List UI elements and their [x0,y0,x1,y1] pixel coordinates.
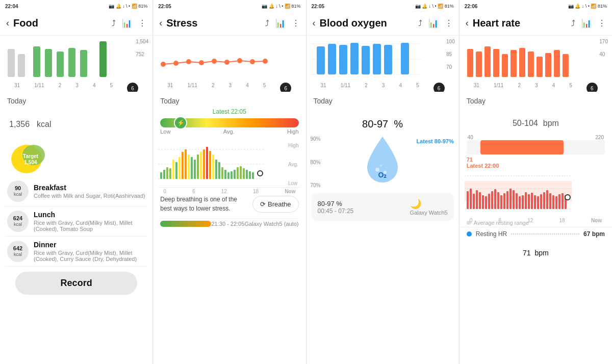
blood-more-icon[interactable]: ⋮ [445,18,453,28]
food-x-6-active[interactable]: 6 [127,83,138,92]
svg-point-18 [237,58,242,63]
hr-today-label: Today [460,92,612,107]
svg-rect-80 [545,53,551,77]
stress-more-icon[interactable]: ⋮ [292,18,300,28]
svg-rect-63 [362,46,370,74]
blood-x-4: 4 [399,83,402,92]
breakfast-kcal-unit: kcal [14,192,22,197]
breakfast-row[interactable]: 90 kcal Breakfast Coffee with Milk and S… [5,176,147,206]
food-chart-icon[interactable]: 📊 [122,18,132,28]
blood-share-icon[interactable]: ⤴ [418,19,422,28]
svg-rect-24 [160,172,162,179]
svg-rect-27 [169,168,171,179]
lunch-name: Lunch [34,211,145,219]
svg-rect-60 [328,44,336,74]
stress-low-label: Low [160,128,170,135]
svg-rect-102 [509,189,512,209]
svg-rect-28 [172,160,174,179]
blood-latest-tag: Latest 80-97% [416,138,453,144]
blood-y-100: 100 [446,39,455,44]
food-x-2: 2 [59,83,62,92]
food-share-icon[interactable]: ⤴ [112,19,116,28]
stress-y-high: High [288,143,299,148]
blood-back-button[interactable]: ‹ [313,18,316,29]
svg-rect-93 [482,195,484,209]
stress-chart-icon[interactable]: 📊 [275,18,286,28]
blood-y-labels: 90% 80% 70% [311,134,321,190]
hr-bpm-unit: bpm [543,119,559,127]
svg-rect-91 [476,190,478,209]
stress-gradient-bar: ⚡ [160,118,298,127]
dinner-kcal-badge: 642 kcal [7,241,29,262]
hr-more-icon[interactable]: ⋮ [598,18,606,28]
svg-point-121 [565,195,570,200]
svg-rect-46 [227,172,230,179]
svg-rect-0 [8,49,15,77]
breakfast-info: Breakfast Coffee with Milk and Sugar, Ro… [34,184,145,199]
svg-rect-117 [555,196,557,209]
stress-x-0: 0 [163,189,166,194]
hr-range-min: 40 [468,135,473,140]
hr-x-31: 31 [474,83,479,92]
food-back-button[interactable]: ‹ [6,18,9,29]
svg-rect-97 [494,189,496,209]
food-x-5: 5 [110,83,113,92]
hr-resting-value: 67 bpm [583,230,605,238]
blood-record-value: 80-97 % [318,200,354,207]
hr-x-111: 1/11 [494,83,503,92]
svg-rect-105 [519,196,521,209]
svg-point-20 [263,59,268,64]
blood-chart-icon[interactable]: 📊 [428,18,439,28]
lunch-kcal-unit: kcal [14,222,22,227]
svg-rect-47 [231,171,233,179]
svg-rect-65 [384,45,392,74]
food-today-label: Today [0,92,152,107]
svg-rect-73 [484,46,491,77]
svg-point-17 [224,60,230,65]
stress-x-labels: 31 1/11 2 3 4 5 6 [158,83,300,92]
stress-x-12: 12 [221,189,227,194]
svg-rect-66 [401,43,409,74]
hr-chart-icon[interactable]: 📊 [581,18,592,28]
svg-rect-103 [513,190,515,209]
stress-x-6-active[interactable]: 6 [280,83,291,92]
blood-record-row[interactable]: 80-97 % 00:45 - 07:25 🌙 Galaxy Watch5 [312,193,454,221]
hr-share-icon[interactable]: ⤴ [571,19,575,28]
svg-rect-3 [45,49,52,77]
svg-rect-4 [57,51,64,77]
svg-rect-106 [522,195,524,209]
hr-detail-chart-svg [465,171,577,216]
blood-x-6-active[interactable]: 6 [434,83,445,92]
svg-rect-33 [188,154,190,179]
svg-rect-119 [562,193,564,209]
lunch-row[interactable]: 624 kcal Lunch Rice with Gravy, Curd(Mil… [5,206,147,237]
food-header-icons: ⤴ 📊 ⋮ [112,18,146,28]
svg-rect-61 [339,45,347,74]
hr-range-labels: 40 220 [467,135,605,140]
blood-chart-area: 100 85 70 31 1/11 [307,36,459,92]
stress-status-time: 22:05 [158,4,171,9]
breathe-button[interactable]: ⟳ Breathe [252,196,298,213]
food-more-icon[interactable]: ⋮ [138,18,146,28]
svg-rect-29 [175,162,177,179]
dinner-row[interactable]: 642 kcal Dinner Rice with Gravy, Curd(Mi… [5,237,147,267]
svg-rect-107 [525,192,527,209]
food-chart-right-labels: 1,504 752 [136,39,148,57]
breakfast-desc: Coffee with Milk and Sugar, Roti(Aashirv… [34,193,145,199]
blood-today-label: Today [307,92,459,107]
stress-share-icon[interactable]: ⤴ [265,19,269,28]
blood-y-70: 70 [446,64,455,70]
record-button[interactable]: Record [15,272,137,295]
svg-text:1,504: 1,504 [24,160,37,165]
svg-rect-114 [546,190,548,209]
hr-back-button[interactable]: ‹ [466,18,469,29]
hr-big-bpm: 71 bpm [460,241,612,261]
food-chart-area: 1,504 752 31 1/11 2 3 4 [0,36,152,92]
hr-x-6-active[interactable]: 6 [586,83,598,92]
svg-rect-25 [163,170,165,179]
stress-back-button[interactable]: ‹ [159,18,162,29]
food-donut-area: Target 1,504 [0,132,152,176]
hr-y-40: 40 [599,51,608,57]
svg-rect-109 [531,193,533,209]
stress-bar-chart-svg [158,142,270,187]
